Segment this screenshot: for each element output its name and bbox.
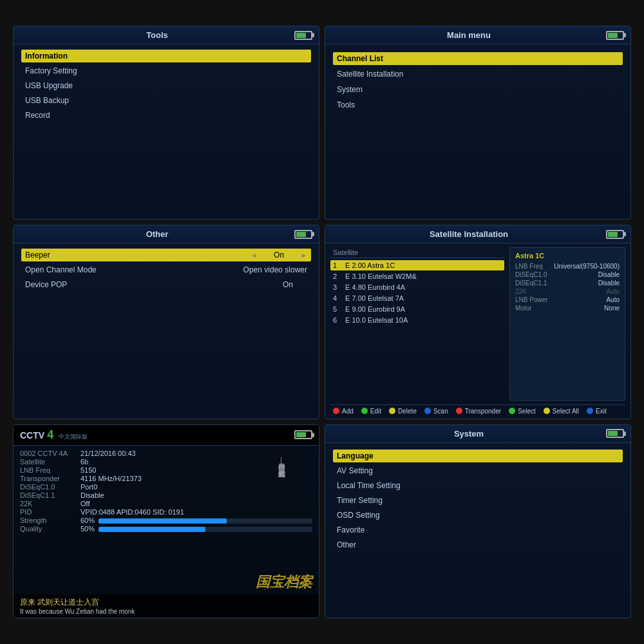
- sat-item-3[interactable]: 3 E 4.80 Eurobird 4A: [330, 282, 504, 292]
- tools-item-factory-setting[interactable]: Factory Setting: [21, 64, 311, 77]
- sat-item-4[interactable]: 4 E 7.00 Eutelsat 7A: [330, 293, 504, 303]
- system-item-other[interactable]: Other: [333, 538, 623, 551]
- beeper-arrow-left[interactable]: ◄: [251, 252, 257, 259]
- tools-item-usb-backup[interactable]: USB Backup: [21, 94, 311, 107]
- mainmenu-panel: Main menu Channel List Satellite Install…: [325, 26, 631, 220]
- cctv-logo: CCTV 4 中文国际版: [20, 428, 88, 442]
- cctv-strength-pct: 60%: [80, 516, 95, 524]
- cctv-watermark: 国宝档案: [256, 573, 312, 592]
- add-label: Add: [342, 408, 354, 415]
- cctv-subtitle-bar: 原来 武则天让道士入宫 It was because Wu Zetian had…: [14, 594, 319, 618]
- sat-footer: Add Edit Delete Scan: [330, 404, 625, 415]
- sat-btn-select[interactable]: Select: [509, 408, 536, 415]
- mainmenu-menu: Channel List Satellite Installation Syst…: [325, 44, 630, 219]
- cctv-quality-pct: 50%: [80, 525, 95, 533]
- sat-btn-edit[interactable]: Edit: [361, 408, 381, 415]
- sat-item-2[interactable]: 2 E 3.10 Eutelsat W2M&: [330, 271, 504, 281]
- satellite-body: Satellite 1 E 2.00 Astra 1C 2 E 3.10 Eut…: [325, 243, 630, 418]
- sat-btn-scan[interactable]: Scan: [424, 408, 448, 415]
- sat-item-6[interactable]: 6 E 10.0 Eutelsat 10A: [330, 315, 504, 325]
- sat-btn-select-all[interactable]: Select All: [544, 408, 579, 415]
- system-menu: Language AV Setting Local Time Setting T…: [325, 443, 630, 618]
- system-item-local-time[interactable]: Local Time Setting: [333, 479, 623, 492]
- exit-dot: [587, 408, 593, 414]
- mainmenu-item-satellite[interactable]: Satellite Installation: [333, 68, 623, 80]
- sat-item-5[interactable]: 5 E 9.00 Eurobird 9A: [330, 304, 504, 314]
- other-setting-beeper[interactable]: Beeper ◄ On ►: [21, 249, 311, 261]
- cctv-transponder-val: 4116 MHz/H/21373: [80, 475, 312, 482]
- sat-btn-exit[interactable]: Exit: [587, 408, 607, 415]
- sat-list-header: Satellite: [330, 247, 504, 258]
- system-item-timer[interactable]: Timer Setting: [333, 494, 623, 507]
- mainmenu-panel-header: Main menu: [325, 26, 630, 44]
- scan-label: Scan: [433, 408, 448, 415]
- cctv-diseqc10-val: Port0: [80, 483, 312, 491]
- sat-btn-transponder[interactable]: Transponder: [456, 408, 501, 415]
- device-pop-label: Device POP: [25, 280, 269, 289]
- battery-icon-cctv: [294, 430, 312, 439]
- other-panel: Other Beeper ◄ On ► Open Channel Mode Op…: [13, 225, 319, 419]
- cctv-row0-label: 0002 CCTV 4A: [20, 450, 68, 457]
- tools-panel-header: Tools: [14, 26, 319, 44]
- sat-info-diseqc11: DiSEqC1.1 Disable: [515, 279, 620, 287]
- select-all-label: Select All: [553, 408, 579, 415]
- select-label: Select: [518, 408, 536, 415]
- cctv-strength-bar-container: 60%: [80, 516, 312, 524]
- cctv-quality-bar-container: 50%: [80, 525, 312, 533]
- sat-btn-delete[interactable]: Delete: [389, 408, 417, 415]
- other-panel-header: Other: [14, 225, 319, 243]
- system-title: System: [332, 429, 606, 439]
- cctv-pid-val: VPID:0488 APID:0460 SID: 0191: [80, 508, 312, 516]
- edit-dot: [361, 408, 368, 414]
- system-item-language[interactable]: Language: [333, 450, 623, 462]
- tools-title: Tools: [20, 30, 294, 40]
- system-item-favorite[interactable]: Favorite: [333, 524, 623, 536]
- select-dot: [509, 408, 515, 414]
- exit-label: Exit: [596, 408, 607, 415]
- cctv-diseqc10-label: DiSEqC1.0: [20, 483, 68, 491]
- select-all-dot: [544, 408, 550, 414]
- cctv-diseqc11-label: DiSEqC1.1: [20, 491, 68, 499]
- tools-item-record[interactable]: Record: [21, 109, 311, 122]
- sat-item-1[interactable]: 1 E 2.00 Astra 1C: [330, 260, 504, 270]
- cctv-lnbfreq-val: 5150: [80, 466, 312, 474]
- mainmenu-item-system[interactable]: System: [333, 83, 623, 96]
- delete-dot: [389, 408, 395, 414]
- outer-container: Tools Information Factory Setting USB Up…: [0, 0, 644, 644]
- cctv-panel: CCTV 4 中文国际版 0002 CCTV 4A 21/12/2016 00:…: [13, 424, 319, 618]
- sat-info-lnb-freq: LNB Freq Universal(9750-10600): [515, 262, 620, 270]
- cctv-subtitle-cn: 原来 武则天让道士入宫: [20, 597, 312, 608]
- sat-info-22k: 22K Auto: [515, 287, 620, 296]
- satellite-panel-header: Satellite Installation: [325, 225, 630, 243]
- other-setting-open-channel: Open Channel Mode Open video slower: [21, 263, 311, 276]
- mainmenu-item-tools[interactable]: Tools: [333, 99, 623, 111]
- open-channel-label: Open Channel Mode: [25, 265, 243, 274]
- battery-icon-main: [606, 31, 624, 40]
- sat-content: Satellite 1 E 2.00 Astra 1C 2 E 3.10 Eut…: [330, 247, 625, 400]
- tools-item-information[interactable]: Information: [21, 50, 311, 62]
- mainmenu-item-channel-list[interactable]: Channel List: [333, 52, 623, 65]
- sat-info-motor: Motor None: [515, 304, 620, 312]
- cctv-logo-text: CCTV: [20, 430, 44, 440]
- other-title: Other: [20, 229, 294, 239]
- add-dot: [333, 408, 339, 414]
- system-item-osd[interactable]: OSD Setting: [333, 509, 623, 522]
- battery-icon-other: [294, 230, 312, 239]
- tools-menu: Information Factory Setting USB Upgrade …: [14, 44, 319, 219]
- edit-label: Edit: [370, 408, 381, 415]
- sat-btn-add[interactable]: Add: [333, 408, 354, 415]
- sat-info-panel: Astra 1C LNB Freq Universal(9750-10600) …: [509, 247, 625, 400]
- battery-icon-system: [606, 429, 624, 438]
- sat-info-title: Astra 1C: [515, 252, 620, 260]
- scan-dot: [424, 408, 431, 414]
- transponder-dot: [456, 408, 462, 414]
- sat-info-lnb-power: LNB Power Auto: [515, 296, 620, 304]
- cctv-chinese-vert: 封禅泰山—武则天妙计登岳: [277, 457, 287, 464]
- cctv-transponder-label: Transponder: [20, 475, 68, 482]
- tools-item-usb-upgrade[interactable]: USB Upgrade: [21, 79, 311, 92]
- cctv-strength-label: Strength: [20, 516, 68, 524]
- sat-list: Satellite 1 E 2.00 Astra 1C 2 E 3.10 Eut…: [330, 247, 504, 400]
- beeper-value: ◄ On ►: [251, 251, 307, 260]
- beeper-arrow-right[interactable]: ►: [301, 252, 307, 259]
- system-item-av-setting[interactable]: AV Setting: [333, 464, 623, 477]
